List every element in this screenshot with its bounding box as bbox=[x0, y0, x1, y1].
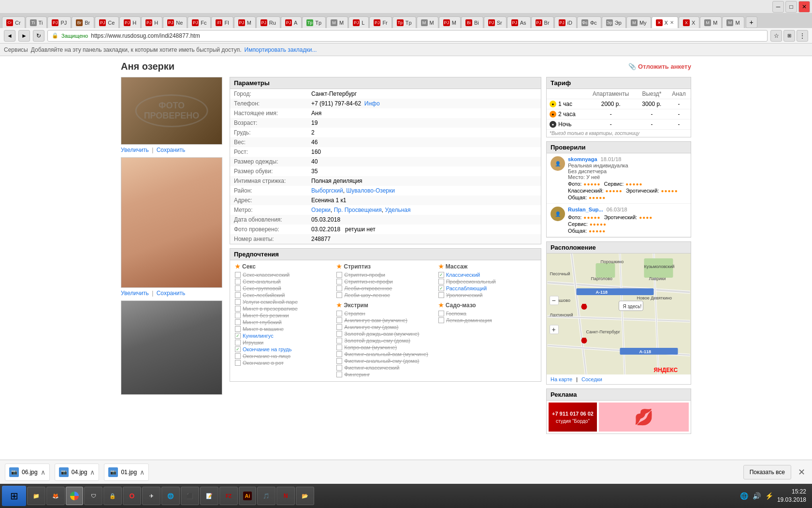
back-button[interactable]: ◄ bbox=[4, 30, 15, 42]
ad-block-2[interactable]: 💋 bbox=[599, 403, 689, 432]
tab-pjru[interactable]: PJRu bbox=[256, 16, 280, 28]
phone-info-link[interactable]: Инфо bbox=[364, 100, 380, 107]
tab-x2[interactable]: XX bbox=[679, 16, 699, 28]
district-link2[interactable]: Шувалово-Озерки bbox=[346, 187, 395, 194]
enlarge-photo-2[interactable]: Увеличить bbox=[121, 290, 149, 297]
tab-fc[interactable]: ФсФс bbox=[577, 16, 601, 28]
tab-m4[interactable]: MM bbox=[722, 16, 744, 28]
tab-pja[interactable]: PJA bbox=[281, 16, 302, 28]
minimize-button[interactable]: ─ bbox=[772, 1, 784, 13]
review-1-date: 18.01/18 bbox=[601, 156, 622, 162]
address-bar: ◄ ► ↻ 🔒 Защищено https://www.rusdosug.co… bbox=[0, 28, 812, 44]
taskbar-file-manager[interactable]: 📁 bbox=[27, 487, 45, 505]
service-label-2: Сервис: bbox=[568, 221, 588, 227]
postpone-link[interactable]: 📎 Отложить анкету bbox=[628, 63, 691, 70]
map-full-link[interactable]: На карте bbox=[551, 376, 572, 382]
save-photo-2[interactable]: Сохранить bbox=[157, 290, 186, 297]
tab-pjfr[interactable]: PJFr bbox=[369, 16, 392, 28]
taskbar-itunes[interactable]: 🎵 bbox=[257, 487, 276, 505]
telegram-icon: ✈ bbox=[146, 491, 156, 501]
taskbar-explorer[interactable]: 📂 bbox=[296, 487, 314, 505]
show-all-button[interactable]: Показать все bbox=[743, 465, 791, 479]
tab-pjm[interactable]: PJM bbox=[234, 16, 256, 28]
pref-lesbi-show: Лесби шоу-лесное bbox=[336, 292, 434, 298]
param-row-name: Настоящее имя: Аня bbox=[230, 108, 541, 118]
tab-cr[interactable]: CrCr bbox=[2, 16, 25, 28]
review-2-ratings-2: Сервис: ●●●●● bbox=[568, 221, 687, 227]
param-label-anketanum: Номер анкеты: bbox=[230, 234, 307, 244]
map-neighbors-link[interactable]: Соседки bbox=[581, 376, 602, 382]
tab-tp1[interactable]: TpTp bbox=[302, 16, 326, 28]
close-downloads-button[interactable]: ✕ bbox=[796, 467, 807, 478]
taskbar-opera[interactable]: O bbox=[123, 487, 141, 505]
tariff-table: Апартаменты Выезд* Анал ● 1 час bbox=[547, 89, 691, 130]
ad-block-1[interactable]: +7 911 017 06 02 студия "Бордо" bbox=[549, 403, 597, 432]
tab-flo[interactable]: FlFl bbox=[211, 16, 233, 28]
taskbar-telegram[interactable]: ✈ bbox=[142, 487, 160, 505]
tab-pjne[interactable]: PJNe bbox=[163, 16, 187, 28]
taskbar-app-black[interactable]: ⬛ bbox=[181, 487, 199, 505]
taskbar-security[interactable]: 🔒 bbox=[103, 487, 122, 505]
download-item-2[interactable]: 📷 04.jpg ∧ bbox=[55, 463, 100, 481]
taskbar-firefox[interactable]: 🦊 bbox=[46, 487, 65, 505]
tab-pj1[interactable]: PJPJ bbox=[47, 16, 71, 28]
taskbar-nero[interactable]: N bbox=[276, 487, 295, 505]
download-item-3[interactable]: 📷 01.jpg ∧ bbox=[104, 463, 149, 481]
checkbox-blowjob-deep bbox=[235, 319, 241, 325]
metro-link2[interactable]: Пр. Просвещения bbox=[334, 207, 382, 213]
pref-sex-couple: Услуги семейной паре bbox=[235, 299, 333, 305]
taskbar-filezilla[interactable]: FZ bbox=[219, 487, 238, 505]
prefs-col-striptease: ★ Стриптиз Стриптиз-профи Стриптиз-не-пр… bbox=[334, 263, 436, 378]
taskbar-network[interactable]: 🌐 bbox=[161, 487, 180, 505]
close-button[interactable]: ✕ bbox=[798, 1, 810, 13]
taskbar-notepad[interactable]: 📝 bbox=[200, 487, 218, 505]
massage-relax-link[interactable]: Расслабляющий bbox=[446, 285, 487, 291]
district-link1[interactable]: Выборгский bbox=[311, 187, 343, 194]
import-bookmarks-link[interactable]: Импортировать закладки... bbox=[245, 46, 317, 53]
maximize-button[interactable]: □ bbox=[785, 1, 797, 13]
menu-button[interactable]: ⋮ bbox=[797, 30, 808, 42]
download-item-1[interactable]: 📷 06.jpg ∧ bbox=[5, 463, 50, 481]
tab-bi[interactable]: BiBi bbox=[461, 16, 483, 28]
checkbox-sex-classic bbox=[235, 272, 241, 278]
review-2-author[interactable]: Ruslan_Sup... bbox=[568, 207, 603, 212]
tab-pjas[interactable]: PJAs bbox=[507, 16, 531, 28]
new-tab-button[interactable]: + bbox=[746, 16, 757, 28]
tab-my[interactable]: MMy bbox=[626, 16, 651, 28]
refresh-button[interactable]: ↻ bbox=[33, 30, 44, 42]
tab-ti[interactable]: TiTi bbox=[26, 16, 47, 28]
bookmark-star[interactable]: ☆ bbox=[770, 30, 782, 42]
taskbar-antivirus[interactable]: 🛡 bbox=[84, 487, 102, 505]
cunnilingus-link[interactable]: Куннилингус bbox=[243, 333, 274, 339]
forward-button[interactable]: ► bbox=[18, 30, 30, 42]
tab-m1[interactable]: MM bbox=[326, 16, 348, 28]
tab-pjidi[interactable]: PJiD bbox=[554, 16, 577, 28]
tab-m2[interactable]: MM bbox=[417, 16, 438, 28]
tab-pjh2[interactable]: PJH bbox=[141, 16, 162, 28]
tab-pjm2[interactable]: PJM bbox=[439, 16, 461, 28]
tab-er[interactable]: ЭрЭр bbox=[602, 16, 626, 28]
save-photo-1[interactable]: Сохранить bbox=[157, 147, 186, 153]
tab-pjbr[interactable]: PJBr bbox=[531, 16, 554, 28]
tab-pjh1[interactable]: PJH bbox=[119, 16, 141, 28]
enlarge-photo-1[interactable]: Увеличить bbox=[121, 147, 149, 153]
tab-active[interactable]: ✕X✕ bbox=[652, 16, 678, 28]
massage-classic-link[interactable]: Классический bbox=[446, 272, 480, 278]
metro-link3[interactable]: Удельная bbox=[385, 207, 410, 213]
tab-pjsr[interactable]: PJSr bbox=[484, 16, 507, 28]
finish-chest-link[interactable]: Окончание на грудь bbox=[243, 346, 291, 352]
url-box[interactable]: 🔒 Защищено https://www.rusdosug.com/indi… bbox=[47, 30, 768, 42]
tab-pjce[interactable]: PJCe bbox=[95, 16, 119, 28]
tab-tp2[interactable]: TpTp bbox=[392, 16, 416, 28]
tab-br[interactable]: BrBr bbox=[72, 16, 94, 28]
tab-pjflc[interactable]: PJFc bbox=[188, 16, 211, 28]
metro-link1[interactable]: Озерки bbox=[311, 207, 331, 213]
tab-pjl[interactable]: PJL bbox=[348, 16, 369, 28]
taskbar-chrome[interactable] bbox=[66, 487, 83, 505]
tab-m3[interactable]: MM bbox=[700, 16, 722, 28]
start-button[interactable]: ⊞ bbox=[2, 486, 26, 506]
taskbar-illustrator[interactable]: Ai bbox=[239, 487, 256, 505]
review-1-author[interactable]: skomnyaga bbox=[568, 156, 597, 162]
map-placeholder[interactable]: А-118 А-118 Я здесь! bbox=[547, 254, 691, 374]
extensions-button[interactable]: ⊞ bbox=[783, 30, 795, 42]
